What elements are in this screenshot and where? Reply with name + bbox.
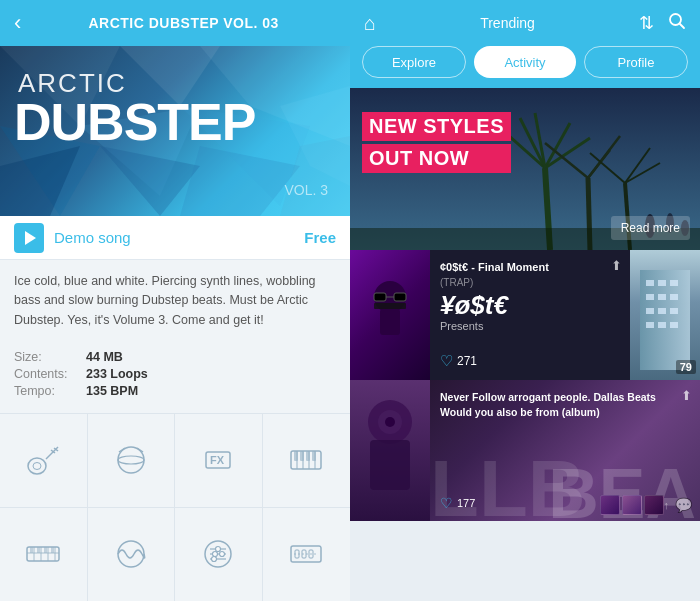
free-button[interactable]: Free xyxy=(304,229,336,246)
song2-thumb-svg xyxy=(350,380,430,521)
svg-point-41 xyxy=(118,541,144,567)
svg-rect-87 xyxy=(646,294,654,300)
back-button[interactable]: ‹ xyxy=(14,10,21,36)
search-icon[interactable] xyxy=(668,12,686,35)
wave-icon xyxy=(109,532,153,576)
tempo-label: Tempo: xyxy=(14,384,86,398)
drum-icon xyxy=(109,438,153,482)
meta-size: Size: 44 MB xyxy=(14,350,336,364)
left-title: ARCTIC DUBSTEP VOL. 03 xyxy=(31,15,336,31)
svg-text:FX: FX xyxy=(210,454,225,466)
svg-point-44 xyxy=(213,552,218,557)
right-content: NEW STYLES OUT NOW Read more xyxy=(350,88,700,601)
keyboard-icon-cell[interactable] xyxy=(0,508,88,601)
right-panel: ⌂ Trending ⇅ Explore Activity Profile xyxy=(350,0,700,601)
fx-icon: FX xyxy=(196,438,240,482)
svg-rect-93 xyxy=(646,322,654,328)
size-value: 44 MB xyxy=(86,350,123,364)
piano-icon-cell[interactable] xyxy=(263,414,351,507)
eq-icon-cell[interactable] xyxy=(175,508,263,601)
song-card-2[interactable]: L L B B E A Never Follow arrogant people… xyxy=(350,380,700,521)
tab-explore[interactable]: Explore xyxy=(362,46,466,78)
thumb3 xyxy=(644,495,664,515)
left-header: ‹ ARCTIC DUBSTEP VOL. 03 xyxy=(0,0,350,46)
svg-rect-40 xyxy=(51,547,54,553)
song1-content: ¢0$t€ - Final Moment (TRAP) ¥ø$t€ Presen… xyxy=(430,250,630,380)
song2-thumb xyxy=(350,380,430,521)
drum-icon-cell[interactable] xyxy=(88,414,176,507)
sort-icon[interactable]: ⇅ xyxy=(639,12,654,35)
song1-likes: 271 xyxy=(457,354,477,368)
song-card-1[interactable]: ¢0$t€ - Final Moment (TRAP) ¥ø$t€ Presen… xyxy=(350,250,700,380)
svg-rect-95 xyxy=(670,322,678,328)
size-label: Size: xyxy=(14,350,86,364)
svg-rect-78 xyxy=(374,293,386,301)
svg-rect-90 xyxy=(646,308,654,314)
song1-footer: ♡ 271 xyxy=(440,352,620,370)
tab-bar: Explore Activity Profile xyxy=(350,46,700,88)
share-icon-1[interactable]: ⬆ xyxy=(611,258,622,273)
svg-rect-38 xyxy=(37,547,40,553)
chat-icon-2[interactable]: 💬 xyxy=(675,497,692,513)
svg-rect-92 xyxy=(670,308,678,314)
song2-small-thumbs xyxy=(600,495,664,515)
album-vol: VOL. 3 xyxy=(284,182,328,198)
left-panel: ‹ ARCTIC DUBSTEP VOL. 03 ARCTIC DUBSTEP … xyxy=(0,0,350,601)
svg-rect-30 xyxy=(312,451,316,461)
guitar-icon-cell[interactable] xyxy=(0,414,88,507)
album-title-line2: DUBSTEP xyxy=(14,96,255,148)
song2-likes: 177 xyxy=(457,497,475,509)
song2-footer: ♡ 177 xyxy=(440,495,475,511)
svg-rect-89 xyxy=(670,294,678,300)
tab-activity[interactable]: Activity xyxy=(474,46,576,78)
share-icon-2[interactable]: ⬆ xyxy=(681,388,692,403)
svg-point-49 xyxy=(212,557,217,562)
banner-card[interactable]: NEW STYLES OUT NOW Read more xyxy=(350,88,700,250)
header-action-icons: ⇅ xyxy=(639,12,686,35)
svg-rect-39 xyxy=(44,547,47,553)
search-svg xyxy=(668,12,686,30)
sequencer-icon-cell[interactable] xyxy=(263,508,351,601)
thumb1 xyxy=(600,495,620,515)
svg-rect-94 xyxy=(658,322,666,328)
song1-thumb-svg xyxy=(360,275,420,355)
guitar-icon xyxy=(21,438,65,482)
song1-right-img: 79 xyxy=(630,250,700,380)
icons-grid: FX xyxy=(0,413,350,601)
svg-rect-97 xyxy=(370,440,410,490)
home-icon[interactable]: ⌂ xyxy=(364,12,376,35)
svg-rect-85 xyxy=(658,280,666,286)
sequencer-icon xyxy=(284,532,328,576)
svg-rect-79 xyxy=(394,293,406,301)
wave-icon-cell[interactable] xyxy=(88,508,176,601)
album-art: ARCTIC DUBSTEP VOL. 3 xyxy=(0,46,350,216)
svg-rect-84 xyxy=(646,280,654,286)
description-text: Ice cold, blue and white. Piercing synth… xyxy=(0,260,350,342)
tab-profile[interactable]: Profile xyxy=(584,46,688,78)
svg-rect-27 xyxy=(294,451,298,461)
read-more-button[interactable]: Read more xyxy=(611,216,690,240)
banner-line1: NEW STYLES xyxy=(362,112,511,141)
right-header: ⌂ Trending ⇅ xyxy=(350,0,700,46)
song2-title: Never Follow arrogant people. Dallas Bea… xyxy=(440,390,670,419)
song1-presents: Presents xyxy=(440,320,620,332)
banner-text: NEW STYLES OUT NOW xyxy=(362,112,511,173)
keyboard-icon xyxy=(21,532,65,576)
play-icon xyxy=(25,231,36,245)
banner-line2: OUT NOW xyxy=(362,144,511,173)
svg-point-12 xyxy=(33,463,41,470)
fx-icon-cell[interactable]: FX xyxy=(175,414,263,507)
meta-contents: Contents: 233 Loops xyxy=(14,367,336,381)
play-button[interactable] xyxy=(14,223,44,253)
svg-point-17 xyxy=(118,456,144,464)
svg-rect-37 xyxy=(30,547,33,553)
heart-icon-1: ♡ xyxy=(440,352,453,370)
contents-value: 233 Loops xyxy=(86,367,148,381)
svg-rect-88 xyxy=(658,294,666,300)
meta-tempo: Tempo: 135 BPM xyxy=(14,384,336,398)
eq-icon xyxy=(196,532,240,576)
demo-bar[interactable]: Demo song Free xyxy=(0,216,350,260)
song1-thumb xyxy=(350,250,430,380)
svg-line-56 xyxy=(679,23,684,28)
heart-icon-2: ♡ xyxy=(440,495,453,511)
